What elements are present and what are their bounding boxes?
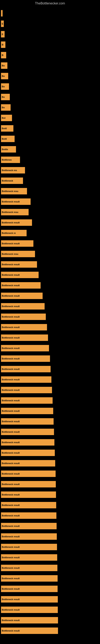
- bar-row: Bottl: [1, 134, 99, 144]
- bar: Bottleneck result: [1, 460, 55, 466]
- bar-label: Bo: [2, 64, 5, 67]
- bar-row: Bottleneck result: [1, 615, 99, 626]
- bar-label: Bottleneck result: [2, 316, 20, 318]
- bar-label: E: [2, 22, 3, 25]
- bar: Bo: [1, 104, 11, 111]
- bar-label: Bottleneck result: [2, 378, 20, 381]
- bar-row: Bottleneck result: [1, 500, 99, 510]
- bar-row: Bottleneck result: [1, 364, 99, 374]
- bar-label: Bottleneck result: [2, 222, 20, 224]
- bar: Bottleneck result: [1, 470, 56, 477]
- bar: Bottleneck result: [1, 292, 43, 299]
- bar-label: Bottleneck result: [2, 504, 20, 506]
- bar-label: Bottleneck result: [2, 263, 20, 266]
- bar: Bottleneck result: [1, 345, 49, 352]
- bar-row: Bottleneck result: [1, 510, 99, 521]
- bar-label: Bo: [2, 85, 5, 88]
- bar: E: [1, 31, 4, 38]
- bar-row: Bottleneck result: [1, 290, 99, 301]
- bar-label: Bottleneck re: [2, 232, 16, 234]
- bar-label: Bottl: [2, 127, 7, 130]
- bar-row: Bottleneck result: [1, 354, 99, 364]
- bar-row: Bottleneck result: [1, 552, 99, 563]
- bar-row: Bottleneck result: [1, 594, 99, 604]
- bar-label: Bottleneck result: [2, 546, 20, 548]
- bar: Bottleneck result: [1, 356, 50, 362]
- bar: Bottle: [1, 146, 16, 152]
- bar-row: E: [1, 18, 99, 29]
- bar-label: Bottleneck result: [2, 441, 20, 444]
- bar: Bottleneck result: [1, 554, 57, 561]
- bar-label: Bottleneck result: [2, 567, 20, 569]
- bar-row: Bottleneck result: [1, 437, 99, 448]
- bar: B: [1, 42, 5, 48]
- bar-row: Bottleneck result: [1, 385, 99, 395]
- bar: Bottleneck result: [1, 533, 57, 540]
- bar: Bottleneck result: [1, 272, 39, 278]
- bar: Bo: [1, 83, 9, 90]
- bar-label: Bottleneck result: [2, 577, 20, 580]
- bar: Bottleneck result: [1, 418, 53, 425]
- bar: Bottl: [1, 125, 13, 132]
- bar-row: Bottleneck result: [1, 280, 99, 290]
- bar: Bottleneck result: [1, 512, 56, 519]
- bar: Bottleneck resu: [1, 209, 29, 215]
- bar: Bottleneck result: [1, 606, 58, 613]
- bar-label: Bottleneck result: [2, 494, 20, 496]
- bar: Bottleneck result: [1, 387, 52, 393]
- bar-row: Bottleneck resu: [1, 186, 99, 196]
- bar: Bo: [1, 62, 7, 69]
- bar-row: Bottleneck result: [1, 238, 99, 249]
- bar-label: Bottleneck result: [2, 274, 20, 276]
- bar-row: Bottleneck result: [1, 490, 99, 500]
- bar: Bottlenec: [1, 156, 20, 163]
- bar-row: Bottleneck result: [1, 573, 99, 584]
- bar-label: E: [2, 33, 3, 36]
- bar: Bot: [1, 115, 12, 121]
- bar: Bottleneck result: [1, 376, 51, 383]
- bar-label: Bottleneck result: [2, 399, 20, 402]
- bar-row: Bottleneck result: [1, 521, 99, 531]
- bar: Bo: [1, 94, 10, 100]
- bar-row: Bottleneck result: [1, 604, 99, 615]
- bar-label: Bottleneck: [2, 180, 13, 182]
- bar: Bottleneck re: [1, 230, 27, 236]
- bar-row: Bottleneck result: [1, 270, 99, 280]
- bar-label: Bottleneck resu: [2, 253, 18, 255]
- bar-row: Bo: [1, 71, 99, 81]
- site-title: TheBottlenecker.com: [0, 0, 100, 7]
- bar-row: Bottleneck result: [1, 479, 99, 490]
- bar-label: Bottleneck result: [2, 389, 20, 391]
- bar-row: Bottl: [1, 123, 99, 134]
- bar: Bottleneck result: [1, 303, 45, 310]
- bar-label: Bottleneck resu: [2, 190, 18, 192]
- bar: Bottleneck result: [1, 544, 57, 550]
- bar-label: Bottleneck resu: [2, 211, 18, 213]
- bar-row: Bottleneck result: [1, 312, 99, 322]
- bar-label: Bottleneck result: [2, 588, 20, 590]
- bar-label: Bo: [2, 96, 5, 98]
- bar-label: Bottleneck res: [2, 169, 17, 172]
- bar-row: Bottleneck result: [1, 217, 99, 228]
- bar-label: Bottleneck result: [2, 525, 20, 527]
- bar: Bottleneck resu: [1, 188, 27, 194]
- bar-row: Bottleneck result: [1, 563, 99, 573]
- bar: Bottl: [1, 136, 15, 142]
- bar: Bottleneck result: [1, 429, 54, 435]
- bar-label: Bottleneck result: [2, 598, 20, 600]
- bar-row: Bottleneck: [1, 176, 99, 186]
- bar-row: Bottleneck result: [1, 584, 99, 594]
- bar-label: Bottleneck result: [2, 514, 20, 517]
- bar-row: Bottleneck res: [1, 165, 99, 176]
- bar: Bottleneck result: [1, 492, 56, 498]
- bar-label: Bottleneck result: [2, 556, 20, 559]
- bar-row: Bo: [1, 102, 99, 113]
- bar-label: Bottleneck result: [2, 431, 20, 433]
- bar: Bottleneck result: [1, 324, 47, 330]
- bar-row: Bottleneck result: [1, 374, 99, 385]
- bar: Bottleneck result: [1, 198, 31, 205]
- bar-label: B: [2, 54, 3, 56]
- bar-row: Bottleneck result: [1, 301, 99, 312]
- bars-container: EEBBBoBoBoBoBoBotBottlBottlBottleBottlen…: [0, 6, 100, 638]
- bar-row: Bo: [1, 81, 99, 92]
